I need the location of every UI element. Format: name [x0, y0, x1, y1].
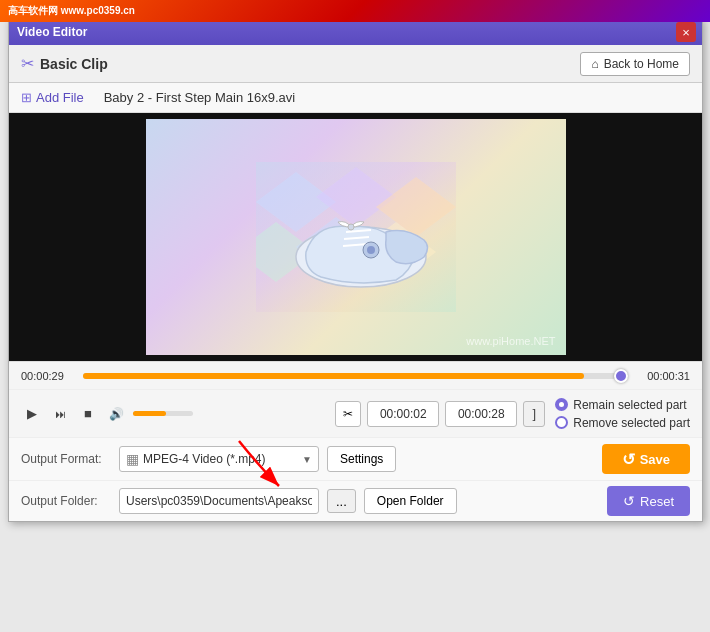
- dots-button[interactable]: ...: [327, 489, 356, 513]
- add-file-icon: ⊞: [21, 90, 32, 105]
- format-select[interactable]: ▦ MPEG-4 Video (*.mp4) ▼: [119, 446, 319, 472]
- dropdown-arrow-icon: ▼: [302, 454, 312, 465]
- step-forward-button[interactable]: ⏭: [49, 403, 71, 425]
- remain-radio[interactable]: [555, 398, 568, 411]
- clip-end-input[interactable]: [445, 401, 517, 427]
- video-area: www.piHome.NET: [9, 113, 702, 361]
- add-file-label: Add File: [36, 90, 84, 105]
- controls-row: ▶ ⏭ ■ 🔊 ✂ ] Remain selected part: [9, 389, 702, 437]
- time-left: 00:00:29: [21, 370, 79, 382]
- format-value: MPEG-4 Video (*.mp4): [143, 452, 298, 466]
- save-button[interactable]: ↺ Save: [602, 444, 690, 474]
- scissor-icon: ✂: [343, 407, 353, 421]
- svg-point-11: [348, 224, 354, 230]
- video-thumbnail: www.piHome.NET: [146, 119, 566, 355]
- timeline-track[interactable]: [83, 373, 628, 379]
- basic-clip-label: Basic Clip: [40, 56, 108, 72]
- reset-label: Reset: [640, 494, 674, 509]
- timeline-thumb: [614, 369, 628, 383]
- save-label: Save: [640, 452, 670, 467]
- reset-button[interactable]: ↺ Reset: [607, 486, 690, 516]
- time-right: 00:00:31: [632, 370, 690, 382]
- video-watermark: www.piHome.NET: [466, 335, 555, 347]
- folder-path-display[interactable]: Users\pc0359\Documents\Apeaksoft Studio\…: [119, 488, 319, 514]
- video-content-svg: [256, 162, 456, 312]
- film-icon: ✂: [21, 54, 34, 73]
- back-to-home-button[interactable]: ⌂ Back to Home: [580, 52, 690, 76]
- svg-point-13: [367, 246, 375, 254]
- output-folder-label: Output Folder:: [21, 494, 111, 508]
- bracket-close-button[interactable]: ]: [523, 401, 545, 427]
- reset-icon: ↺: [623, 493, 635, 509]
- remove-radio[interactable]: [555, 416, 568, 429]
- folder-path-text: Users\pc0359\Documents\Apeaksoft Studio\…: [126, 494, 312, 508]
- remain-label: Remain selected part: [573, 398, 686, 412]
- back-to-home-label: Back to Home: [604, 57, 679, 71]
- timeline-row: 00:00:29 00:00:31: [9, 361, 702, 389]
- clip-start-input[interactable]: [367, 401, 439, 427]
- open-folder-button[interactable]: Open Folder: [364, 488, 457, 514]
- volume-button[interactable]: 🔊: [105, 403, 127, 425]
- add-file-button[interactable]: ⊞ Add File: [21, 90, 84, 105]
- remove-label: Remove selected part: [573, 416, 690, 430]
- remove-option[interactable]: Remove selected part: [555, 416, 690, 430]
- output-format-label: Output Format:: [21, 452, 111, 466]
- clip-icon-button[interactable]: ✂: [335, 401, 361, 427]
- save-icon: ↺: [622, 450, 635, 469]
- home-icon: ⌂: [591, 57, 598, 71]
- volume-slider[interactable]: [133, 411, 193, 416]
- title-bar: Video Editor ×: [9, 19, 702, 45]
- watermark-text: 高车软件网 www.pc0359.cn: [8, 4, 135, 18]
- remain-option[interactable]: Remain selected part: [555, 398, 690, 412]
- close-button[interactable]: ×: [676, 22, 696, 42]
- format-icon: ▦: [126, 451, 139, 467]
- window-title: Video Editor: [17, 25, 87, 39]
- stop-button[interactable]: ■: [77, 403, 99, 425]
- video-frame: www.piHome.NET: [146, 119, 566, 355]
- header-row: ✂ Basic Clip ⌂ Back to Home: [9, 45, 702, 83]
- settings-button[interactable]: Settings: [327, 446, 396, 472]
- radio-options: Remain selected part Remove selected par…: [555, 398, 690, 430]
- timeline-progress: [83, 373, 584, 379]
- file-name: Baby 2 - First Step Main 16x9.avi: [104, 90, 295, 105]
- file-bar: ⊞ Add File Baby 2 - First Step Main 16x9…: [9, 83, 702, 113]
- play-button[interactable]: ▶: [21, 403, 43, 425]
